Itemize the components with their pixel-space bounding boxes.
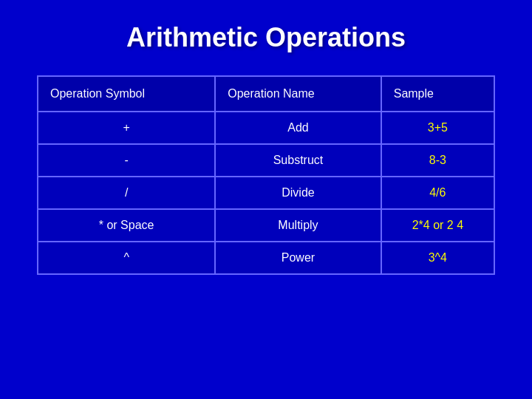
header-sample: Sample — [381, 76, 494, 112]
cell-sample: 3^4 — [381, 242, 494, 274]
table-row: +Add3+5 — [38, 112, 494, 144]
table-row: * or SpaceMultiply2*4 or 2 4 — [38, 209, 494, 242]
cell-name: Substruct — [215, 144, 381, 177]
operations-table: Operation Symbol Operation Name Sample +… — [37, 75, 495, 275]
cell-symbol: * or Space — [38, 209, 215, 242]
table-row: /Divide4/6 — [38, 177, 494, 209]
cell-name: Power — [215, 242, 381, 274]
cell-symbol: - — [38, 144, 215, 177]
page-title: Arithmetic Operations — [126, 22, 406, 53]
table-header-row: Operation Symbol Operation Name Sample — [38, 76, 494, 112]
cell-sample: 2*4 or 2 4 — [381, 209, 494, 242]
table-container: Operation Symbol Operation Name Sample +… — [37, 75, 495, 275]
cell-sample: 8-3 — [381, 144, 494, 177]
cell-symbol: ^ — [38, 242, 215, 274]
cell-sample: 4/6 — [381, 177, 494, 209]
cell-symbol: / — [38, 177, 215, 209]
table-row: -Substruct8-3 — [38, 144, 494, 177]
cell-name: Divide — [215, 177, 381, 209]
cell-name: Add — [215, 112, 381, 144]
cell-name: Multiply — [215, 209, 381, 242]
header-symbol: Operation Symbol — [38, 76, 215, 112]
cell-sample: 3+5 — [381, 112, 494, 144]
header-name: Operation Name — [215, 76, 381, 112]
table-row: ^Power3^4 — [38, 242, 494, 274]
cell-symbol: + — [38, 112, 215, 144]
